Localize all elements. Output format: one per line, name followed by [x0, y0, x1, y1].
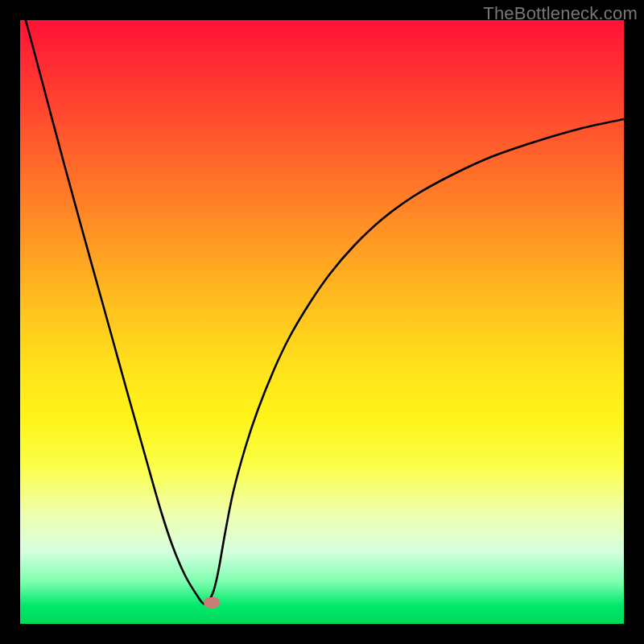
chart-frame [20, 20, 624, 624]
optimum-marker [204, 597, 220, 608]
curve-svg [20, 20, 624, 624]
bottleneck-curve [20, 20, 624, 604]
